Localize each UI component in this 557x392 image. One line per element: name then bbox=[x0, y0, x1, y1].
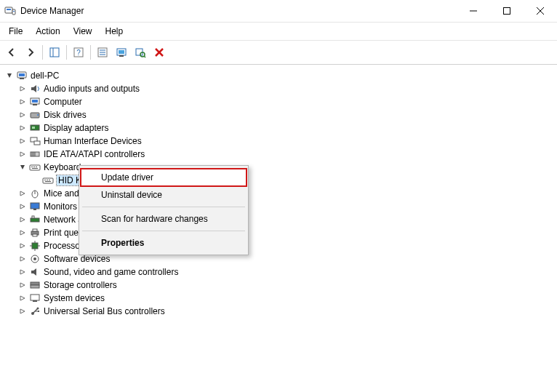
svg-rect-66 bbox=[31, 282, 39, 285]
help-button[interactable]: ? bbox=[70, 44, 87, 61]
processor-icon bbox=[29, 240, 41, 252]
svg-rect-68 bbox=[31, 295, 39, 300]
toolbar-separator bbox=[90, 45, 91, 60]
tree-category-storage[interactable]: Storage controllers bbox=[3, 279, 557, 292]
properties-button[interactable] bbox=[94, 44, 111, 61]
tree-category-label: System devices bbox=[44, 293, 105, 303]
svg-rect-45 bbox=[43, 178, 53, 183]
monitor-icon bbox=[29, 201, 41, 212]
svg-rect-5 bbox=[504, 8, 510, 15]
menu-file[interactable]: File bbox=[3, 24, 28, 39]
menu-view[interactable]: View bbox=[68, 24, 98, 39]
collapse-icon[interactable] bbox=[4, 71, 15, 81]
svg-rect-69 bbox=[33, 300, 37, 302]
svg-rect-52 bbox=[31, 203, 39, 209]
svg-rect-49 bbox=[45, 181, 51, 182]
svg-point-65 bbox=[33, 257, 36, 260]
tree-category-disk[interactable]: Disk drives bbox=[3, 108, 557, 121]
network-icon bbox=[29, 214, 41, 225]
expand-icon[interactable] bbox=[17, 149, 28, 159]
collapse-icon[interactable] bbox=[17, 162, 28, 172]
window-title: Device Manager bbox=[20, 6, 84, 16]
tree-category-label: Computer bbox=[44, 97, 82, 107]
context-scan-hardware[interactable]: Scan for hardware changes bbox=[81, 210, 247, 228]
keyboard-icon bbox=[29, 161, 41, 173]
expand-icon[interactable] bbox=[17, 254, 28, 264]
printer-icon bbox=[29, 227, 41, 239]
svg-rect-29 bbox=[33, 104, 37, 105]
computer-icon bbox=[29, 96, 41, 108]
expand-icon[interactable] bbox=[17, 306, 28, 316]
tree-category-ide[interactable]: IDE ATA/ATAPI controllers bbox=[3, 148, 557, 161]
software-icon bbox=[29, 253, 41, 265]
menu-help[interactable]: Help bbox=[100, 24, 129, 39]
expand-icon[interactable] bbox=[17, 110, 28, 120]
toolbar: ? bbox=[0, 41, 557, 65]
tree-root-label: dell-PC bbox=[31, 71, 59, 81]
tree-category-display[interactable]: Display adapters bbox=[3, 121, 557, 135]
sound-icon bbox=[29, 266, 41, 278]
svg-rect-40 bbox=[30, 165, 40, 170]
forward-button[interactable] bbox=[22, 44, 39, 61]
expand-icon[interactable] bbox=[17, 241, 28, 251]
expand-icon[interactable] bbox=[17, 280, 28, 290]
show-hide-console-tree-button[interactable] bbox=[46, 44, 63, 61]
expand-icon[interactable] bbox=[17, 228, 28, 238]
tree-category-label: Audio inputs and outputs bbox=[44, 84, 140, 94]
expand-icon[interactable] bbox=[17, 188, 28, 199]
tree-root[interactable]: dell-PC bbox=[3, 69, 557, 82]
close-button[interactable] bbox=[524, 0, 557, 22]
expand-icon[interactable] bbox=[17, 293, 28, 303]
svg-rect-26 bbox=[20, 78, 24, 79]
system-icon bbox=[29, 292, 41, 304]
expand-icon[interactable] bbox=[17, 215, 28, 225]
back-button[interactable] bbox=[3, 44, 20, 61]
tree-category-label: Display adapters bbox=[44, 123, 108, 133]
expand-icon[interactable] bbox=[17, 97, 28, 107]
tree-category-system[interactable]: System devices bbox=[3, 292, 557, 305]
svg-rect-57 bbox=[33, 229, 37, 231]
svg-rect-54 bbox=[31, 218, 39, 222]
mouse-icon bbox=[29, 188, 41, 199]
context-update-driver[interactable]: Update driver bbox=[81, 169, 247, 186]
tree-category-usb[interactable]: Universal Serial Bus controllers bbox=[3, 305, 557, 318]
audio-icon bbox=[29, 83, 41, 95]
tree-category-sound[interactable]: Sound, video and game controllers bbox=[3, 265, 557, 279]
display-icon bbox=[29, 122, 41, 134]
ide-icon bbox=[29, 148, 41, 160]
svg-rect-28 bbox=[32, 100, 38, 103]
disk-icon bbox=[29, 109, 41, 121]
menu-action[interactable]: Action bbox=[30, 24, 65, 39]
expand-icon[interactable] bbox=[17, 123, 28, 133]
scan-hardware-button[interactable] bbox=[132, 44, 149, 61]
tree-category-label: IDE ATA/ATAPI controllers bbox=[44, 149, 145, 159]
svg-rect-41 bbox=[31, 167, 33, 167]
tree-category-label: Storage controllers bbox=[44, 280, 117, 290]
uninstall-device-button[interactable] bbox=[151, 44, 168, 61]
expand-icon[interactable] bbox=[17, 136, 28, 146]
tree-category-label: Software devices bbox=[44, 254, 110, 264]
svg-line-21 bbox=[144, 56, 145, 57]
tree-category-label: Monitors bbox=[44, 201, 77, 212]
context-uninstall-device[interactable]: Uninstall device bbox=[81, 186, 247, 204]
tree-category-hid[interactable]: Human Interface Devices bbox=[3, 135, 557, 148]
svg-rect-1 bbox=[7, 9, 11, 10]
update-driver-button[interactable] bbox=[113, 44, 130, 61]
svg-rect-47 bbox=[47, 180, 48, 180]
minimize-button[interactable] bbox=[457, 0, 490, 22]
context-separator bbox=[82, 207, 245, 207]
tree-category-label: Sound, video and game controllers bbox=[44, 267, 178, 277]
expand-icon[interactable] bbox=[17, 201, 28, 212]
toolbar-separator bbox=[42, 45, 43, 60]
maximize-button[interactable] bbox=[490, 0, 524, 22]
tree-category-computer[interactable]: Computer bbox=[3, 95, 557, 108]
svg-rect-33 bbox=[32, 127, 35, 129]
tree-category-audio[interactable]: Audio inputs and outputs bbox=[3, 82, 557, 95]
context-properties[interactable]: Properties bbox=[81, 234, 247, 252]
expand-icon[interactable] bbox=[17, 84, 28, 94]
svg-rect-59 bbox=[32, 243, 38, 249]
expand-icon[interactable] bbox=[17, 267, 28, 277]
svg-rect-46 bbox=[44, 180, 46, 180]
svg-text:?: ? bbox=[76, 49, 81, 57]
usb-icon bbox=[29, 305, 41, 317]
